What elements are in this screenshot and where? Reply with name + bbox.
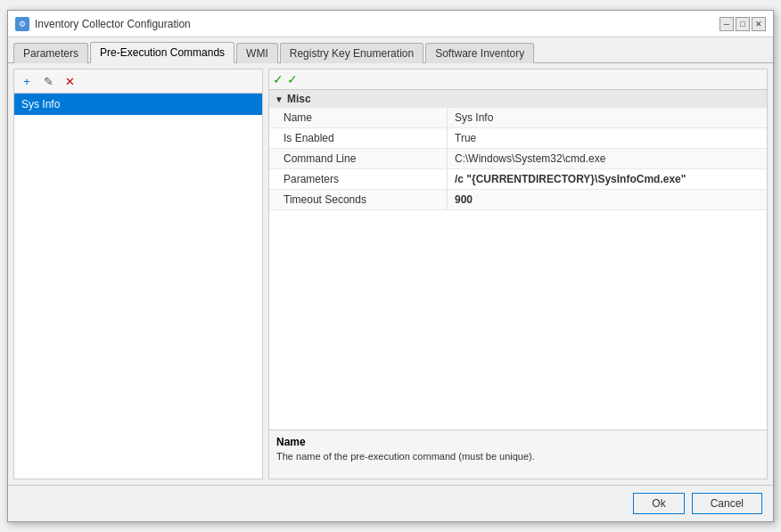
window-title: Inventory Collector Configuration: [35, 18, 191, 30]
check1-icon: ✓: [273, 72, 284, 86]
prop-parameters-label: Parameters: [269, 169, 448, 189]
info-panel: Name The name of the pre-execution comma…: [269, 430, 767, 479]
close-button[interactable]: ✕: [752, 17, 766, 31]
tab-software-inventory[interactable]: Software Inventory: [425, 43, 534, 63]
footer: Ok Cancel: [8, 485, 773, 521]
prop-is-enabled-value[interactable]: True: [448, 128, 767, 148]
tab-registry-key[interactable]: Registry Key Enumeration: [280, 43, 423, 63]
main-window: ⚙ Inventory Collector Configuration ─ □ …: [7, 10, 774, 522]
misc-section-header[interactable]: ▼ Misc: [269, 90, 767, 108]
prop-row-command-line: Command Line C:\Windows\System32\cmd.exe: [269, 149, 767, 169]
title-bar: ⚙ Inventory Collector Configuration ─ □ …: [8, 11, 773, 37]
tab-parameters[interactable]: Parameters: [13, 43, 88, 63]
right-toolbar: ✓ ✓: [269, 70, 767, 90]
prop-name-label: Name: [269, 108, 448, 127]
right-panel: ✓ ✓ ▼ Misc Name Sys Info Is Enabled True: [268, 69, 768, 479]
edit-button[interactable]: ✎: [39, 72, 57, 90]
delete-button[interactable]: ✕: [61, 72, 78, 90]
content-area: + ✎ ✕ Sys Info ✓ ✓ ▼ Misc: [8, 63, 773, 485]
window-icon: ⚙: [15, 17, 29, 31]
check2-icon: ✓: [287, 72, 298, 86]
prop-command-line-value[interactable]: C:\Windows\System32\cmd.exe: [448, 149, 767, 168]
left-panel: + ✎ ✕ Sys Info: [13, 69, 263, 479]
command-list: Sys Info: [14, 94, 262, 479]
prop-command-line-label: Command Line: [269, 149, 448, 168]
prop-timeout-value[interactable]: 900: [448, 190, 767, 209]
prop-row-parameters: Parameters /c "{CURRENTDIRECTORY}\SysInf…: [269, 169, 767, 190]
title-bar-left: ⚙ Inventory Collector Configuration: [15, 17, 191, 31]
property-grid: ▼ Misc Name Sys Info Is Enabled True Com…: [269, 90, 767, 430]
tab-bar: Parameters Pre-Execution Commands WMI Re…: [8, 37, 773, 63]
ok-button[interactable]: Ok: [633, 493, 684, 514]
prop-is-enabled-label: Is Enabled: [269, 128, 448, 148]
info-title: Name: [276, 436, 760, 448]
section-label: Misc: [287, 93, 311, 105]
minimize-button[interactable]: ─: [719, 17, 734, 31]
restore-button[interactable]: □: [736, 17, 750, 31]
prop-name-value[interactable]: Sys Info: [448, 108, 767, 127]
left-toolbar: + ✎ ✕: [14, 70, 262, 94]
chevron-icon: ▼: [275, 94, 284, 104]
prop-row-is-enabled: Is Enabled True: [269, 128, 767, 149]
cancel-button[interactable]: Cancel: [692, 493, 762, 514]
list-item-sys-info[interactable]: Sys Info: [14, 94, 262, 115]
add-button[interactable]: +: [18, 72, 36, 90]
prop-timeout-label: Timeout Seconds: [269, 190, 448, 209]
prop-row-name: Name Sys Info: [269, 108, 767, 128]
title-bar-controls: ─ □ ✕: [719, 17, 766, 31]
tab-wmi[interactable]: WMI: [236, 43, 278, 63]
prop-parameters-value[interactable]: /c "{CURRENTDIRECTORY}\SysInfoCmd.exe": [448, 169, 767, 189]
prop-row-timeout: Timeout Seconds 900: [269, 190, 767, 210]
tab-pre-execution[interactable]: Pre-Execution Commands: [90, 42, 234, 63]
info-description: The name of the pre-execution command (m…: [276, 451, 760, 462]
